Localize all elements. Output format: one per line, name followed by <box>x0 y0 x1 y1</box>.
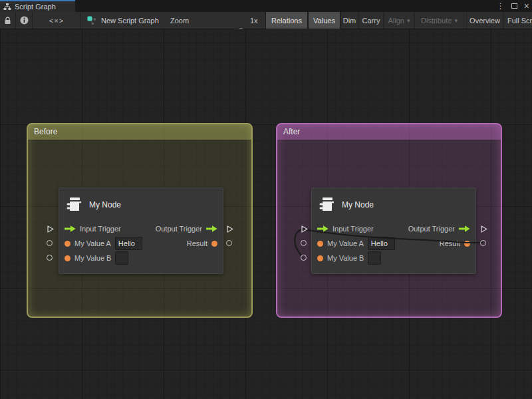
port-row-value-a: My Value A Hello Result <box>312 236 475 251</box>
overview-button[interactable]: Overview <box>466 12 503 29</box>
node-my-node-after[interactable]: My Node Input Trigger Output Trigger <box>311 188 476 274</box>
close-icon[interactable]: × <box>524 0 529 12</box>
port-row-trigger: Input Trigger Output Trigger <box>59 221 223 236</box>
group-before[interactable]: Before My Node Input Trigger <box>27 123 253 318</box>
code-preview-button[interactable]: <×> <box>33 12 80 29</box>
ext-output-trigger-port[interactable] <box>225 225 234 233</box>
carry-button[interactable]: Carry <box>358 12 384 29</box>
maximize-icon[interactable] <box>511 3 517 9</box>
node-title: My Node <box>89 200 121 209</box>
distribute-dropdown[interactable]: Distribute▾ <box>414 12 464 29</box>
inspect-button[interactable] <box>17 12 33 29</box>
zoom-value: 1x <box>250 12 258 29</box>
ext-output-trigger-port[interactable] <box>479 225 488 233</box>
group-after-header[interactable]: After <box>277 124 501 140</box>
align-dropdown[interactable]: Align▾ <box>384 12 414 29</box>
dim-button[interactable]: Dim <box>340 12 358 29</box>
port-row-trigger: Input Trigger Output Trigger <box>312 221 475 236</box>
lock-button[interactable] <box>0 12 16 29</box>
value-a-port-icon[interactable] <box>65 241 70 247</box>
node-header: My Node <box>59 188 121 221</box>
graph-canvas[interactable]: Before My Node Input Trigger <box>0 29 532 399</box>
graph-node-icon <box>87 16 96 25</box>
input-trigger-port-icon[interactable] <box>317 225 329 232</box>
zoom-label: Zoom <box>170 12 189 29</box>
group-after[interactable]: After My Node Input Trigger <box>276 123 502 318</box>
group-after-title: After <box>283 127 300 136</box>
value-b-input[interactable] <box>368 251 381 265</box>
info-icon <box>20 16 29 25</box>
graph-title-area: New Script Graph <box>87 12 159 29</box>
node-title: My Node <box>342 200 374 209</box>
value-a-port-icon[interactable] <box>317 241 323 247</box>
menu-icon[interactable]: ⋮ <box>497 0 505 12</box>
unit-icon <box>66 196 83 213</box>
chevron-down-icon: ▾ <box>454 17 458 24</box>
relations-button[interactable]: Relations <box>265 12 308 29</box>
port-row-value-b: My Value B <box>59 251 223 265</box>
input-trigger-port-icon[interactable] <box>65 225 76 232</box>
chevron-down-icon: ▾ <box>407 17 410 24</box>
graph-hierarchy-icon <box>3 3 11 11</box>
result-port-icon[interactable] <box>211 241 217 247</box>
tab-script-graph[interactable]: Script Graph <box>0 0 75 12</box>
node-header: My Node <box>312 188 374 221</box>
output-trigger-port-icon[interactable] <box>206 225 217 232</box>
ext-input-trigger-port[interactable] <box>300 225 309 233</box>
port-row-value-b: My Value B <box>312 251 475 265</box>
value-b-input[interactable] <box>115 251 128 265</box>
value-a-input[interactable]: Hello <box>368 237 395 250</box>
ext-result-port[interactable] <box>480 240 486 246</box>
group-before-header[interactable]: Before <box>28 124 251 140</box>
value-b-port-icon[interactable] <box>317 255 323 261</box>
ext-value-b-port[interactable] <box>301 255 307 261</box>
toolbar: <×> New Script Graph Zoom 1x Relations V… <box>0 12 532 29</box>
unit-icon <box>319 196 336 213</box>
port-row-value-a: My Value A Hello Result <box>59 236 223 251</box>
window-controls: ⋮ × <box>497 0 529 12</box>
output-trigger-port-icon[interactable] <box>459 225 470 232</box>
ext-value-a-port[interactable] <box>301 240 307 246</box>
ext-value-a-port[interactable] <box>47 240 53 246</box>
tab-bar: Script Graph ⋮ × <box>0 0 532 12</box>
padlock-icon <box>4 17 11 25</box>
ext-value-b-port[interactable] <box>47 255 53 261</box>
ext-input-trigger-port[interactable] <box>46 225 55 233</box>
value-b-port-icon[interactable] <box>65 255 70 261</box>
group-before-title: Before <box>34 127 57 136</box>
values-button[interactable]: Values <box>308 12 340 29</box>
tab-title: Script Graph <box>15 3 56 11</box>
ext-result-port[interactable] <box>226 240 232 246</box>
result-port-icon[interactable] <box>464 241 470 247</box>
node-my-node-before[interactable]: My Node Input Trigger Output Trigger <box>59 188 223 274</box>
code-icon: <×> <box>49 17 64 25</box>
script-graph-window: Script Graph ⋮ × <×> New Script Graph <box>0 0 532 399</box>
value-a-input[interactable]: Hello <box>115 237 142 250</box>
full-screen-button[interactable]: Full Screen <box>503 12 532 29</box>
graph-name-label: New Script Graph <box>101 17 159 25</box>
